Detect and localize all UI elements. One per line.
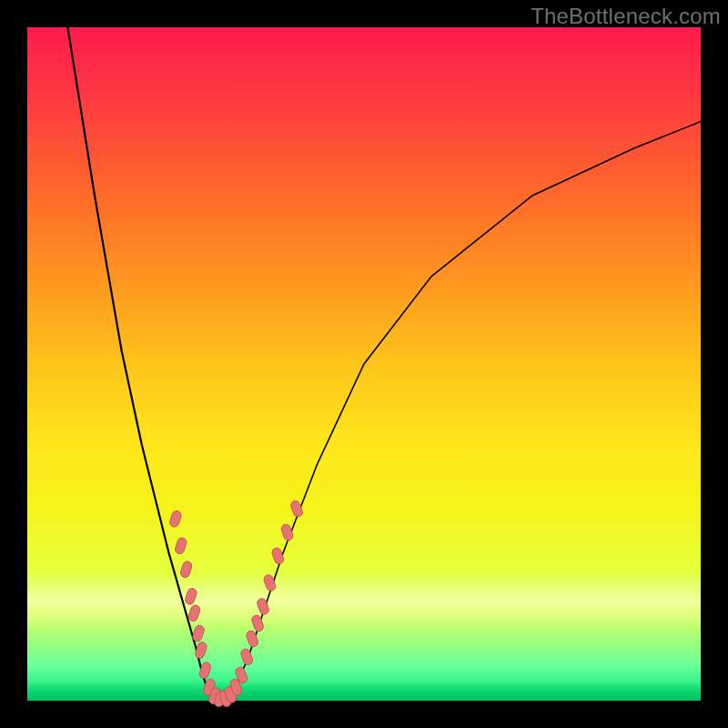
data-markers — [168, 500, 304, 708]
data-marker — [280, 523, 295, 541]
data-marker — [239, 648, 254, 666]
data-marker — [194, 641, 207, 659]
data-marker — [174, 537, 187, 555]
chart-frame: TheBottleneck.com — [0, 0, 728, 728]
chart-svg — [27, 27, 701, 701]
right-curve — [229, 122, 701, 701]
plot-area — [27, 27, 701, 701]
data-marker — [271, 547, 286, 565]
data-marker — [250, 614, 265, 632]
data-marker — [184, 587, 197, 605]
data-marker — [168, 510, 182, 528]
watermark-text: TheBottleneck.com — [531, 4, 721, 29]
data-marker — [179, 561, 193, 579]
data-marker — [289, 500, 304, 518]
data-marker — [191, 624, 205, 642]
data-marker — [187, 604, 201, 622]
